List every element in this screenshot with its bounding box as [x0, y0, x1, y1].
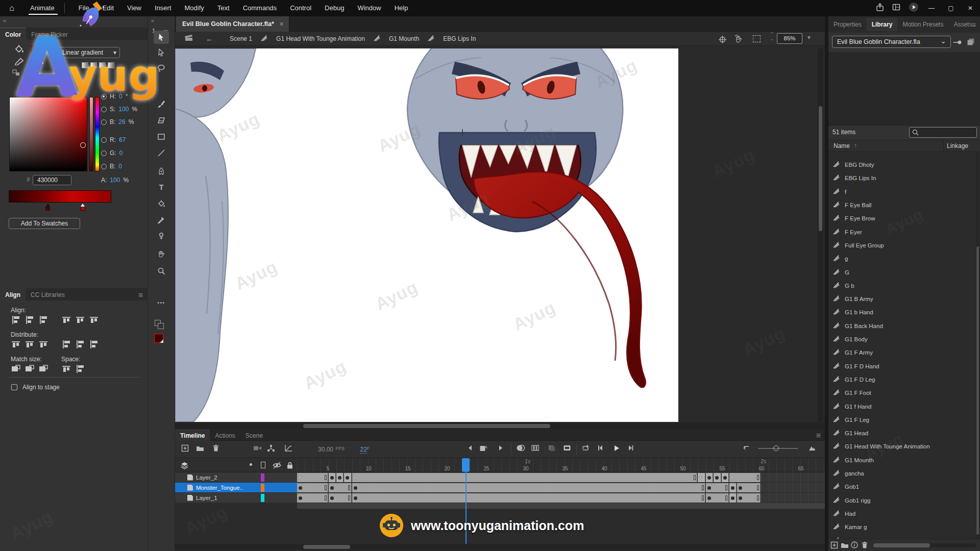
- maximize-button[interactable]: ▢: [941, 0, 961, 16]
- library-item-name[interactable]: Gob1 rigg: [845, 497, 871, 504]
- timeline-menu-icon[interactable]: ≡: [816, 431, 821, 440]
- frame-span[interactable]: [352, 473, 698, 482]
- library-item[interactable]: G b: [828, 279, 976, 292]
- auto-keyframe-button[interactable]: A: [479, 444, 487, 454]
- library-item[interactable]: G1 Head: [828, 427, 976, 440]
- align-right-button[interactable]: [38, 315, 48, 324]
- library-item[interactable]: G1 Back Hand: [828, 319, 976, 333]
- share-icon[interactable]: [876, 3, 884, 13]
- match-width-button[interactable]: [11, 364, 21, 373]
- dist-left-button[interactable]: [61, 340, 71, 349]
- library-item[interactable]: G: [828, 265, 976, 279]
- frame-span[interactable]: [329, 483, 352, 492]
- delete-layer-button[interactable]: [212, 444, 219, 454]
- menu-window[interactable]: Window: [351, 0, 387, 16]
- layer-name[interactable]: Layer_1: [196, 495, 217, 501]
- library-item-name[interactable]: G1 F Army: [845, 349, 873, 356]
- workspace-icon[interactable]: [892, 3, 900, 13]
- fill-bucket-icon[interactable]: [13, 44, 24, 55]
- library-item[interactable]: G1 Body: [828, 333, 976, 346]
- zoom-tool[interactable]: [154, 264, 169, 278]
- onion-skin-outlines-button[interactable]: [531, 444, 540, 454]
- frame-span[interactable]: [714, 473, 721, 482]
- library-item-name[interactable]: G1 b Hand: [845, 309, 873, 315]
- menu-help[interactable]: Help: [388, 0, 415, 16]
- timeline-bottom-scrollbar[interactable]: [175, 544, 825, 550]
- frame-span[interactable]: [698, 473, 705, 482]
- lock-icon[interactable]: [286, 461, 293, 471]
- menu-edit[interactable]: Edit: [96, 0, 120, 16]
- library-item-name[interactable]: G1 F Leg: [845, 417, 869, 423]
- space-vertical-button[interactable]: [61, 364, 71, 373]
- radio-B[interactable]: [101, 119, 107, 125]
- library-item-name[interactable]: G1 Body: [845, 336, 868, 342]
- layer-row-layer-1[interactable]: Layer_1: [175, 493, 825, 503]
- color-picker-square[interactable]: [9, 97, 87, 171]
- library-item-name[interactable]: F Eyer: [845, 229, 862, 235]
- center-frame-icon[interactable]: [718, 35, 727, 46]
- stroke-pencil-icon[interactable]: [14, 57, 25, 67]
- breadcrumb-scene[interactable]: Scene 1: [230, 35, 252, 42]
- frame-span[interactable]: [706, 483, 729, 492]
- library-item-name[interactable]: G1 F Foot: [845, 390, 871, 396]
- layer-name[interactable]: Layer_2: [196, 474, 217, 481]
- edit-multiple-frames-button[interactable]: [548, 444, 556, 454]
- hex-input[interactable]: 430000: [33, 175, 71, 185]
- vertical-scrollbar-thumb[interactable]: [819, 106, 822, 231]
- layer-color-chip[interactable]: [261, 494, 264, 502]
- column-linkage[interactable]: Linkage: [947, 142, 968, 149]
- sort-ascending-icon[interactable]: ↑: [854, 142, 857, 149]
- align-middle-v-button[interactable]: [75, 315, 85, 324]
- library-item-name[interactable]: G b: [845, 283, 854, 289]
- dist-right-button[interactable]: [89, 340, 99, 349]
- layer-parenting-button[interactable]: [267, 444, 275, 454]
- current-fill-swatch[interactable]: [154, 334, 163, 343]
- library-h-scrollbar[interactable]: [873, 543, 976, 547]
- next-keyframe-button[interactable]: [498, 444, 504, 454]
- outlines-square-icon[interactable]: [261, 462, 265, 468]
- menu-control[interactable]: Control: [283, 0, 318, 16]
- hue-strip[interactable]: [95, 97, 100, 171]
- alpha-strip[interactable]: [89, 97, 93, 171]
- library-item-name[interactable]: gancha: [845, 470, 864, 477]
- layer-color-chip[interactable]: [261, 484, 264, 492]
- layer-row-layer-2[interactable]: Layer_2: [175, 472, 825, 483]
- library-item[interactable]: G1 B Army: [828, 292, 976, 306]
- breadcrumb-symbol[interactable]: G1 Head With Tounge Animation: [276, 35, 365, 42]
- menu-text[interactable]: Text: [211, 0, 236, 16]
- library-search-input[interactable]: [909, 127, 977, 138]
- stroke-color-chip[interactable]: [34, 59, 44, 65]
- eyedropper-tool[interactable]: [154, 213, 169, 227]
- tab-library[interactable]: Library: [867, 18, 898, 31]
- match-both-button[interactable]: [38, 364, 48, 373]
- tab-align[interactable]: Align: [0, 288, 26, 302]
- vertical-scrollbar[interactable]: [818, 48, 823, 422]
- breadcrumb-symbol[interactable]: G1 Mounth: [389, 35, 419, 42]
- more-tools-tool[interactable]: •••: [154, 296, 169, 309]
- frame-span[interactable]: [729, 483, 737, 492]
- library-item[interactable]: G1 F Foot: [828, 386, 976, 399]
- lasso-tool[interactable]: [154, 62, 169, 75]
- paint-bucket-tool[interactable]: [154, 197, 169, 210]
- breadcrumb-symbol[interactable]: EBG Lips In: [443, 35, 476, 42]
- pin-library-icon[interactable]: [953, 38, 963, 47]
- frame-span[interactable]: [737, 493, 760, 503]
- show-all-dot-icon[interactable]: [250, 463, 252, 466]
- library-item[interactable]: Full Eye Group: [828, 239, 976, 252]
- frame-span[interactable]: [329, 473, 336, 482]
- hide-eye-icon[interactable]: [272, 461, 282, 471]
- align-bottom-button[interactable]: [89, 315, 99, 324]
- frame-span[interactable]: [329, 493, 352, 503]
- new-folder-button[interactable]: [841, 541, 849, 550]
- add-to-swatches-button[interactable]: Add To Swatches: [9, 218, 80, 229]
- library-item-name[interactable]: G1 Back Hand: [845, 323, 883, 329]
- eraser-tool[interactable]: [154, 114, 169, 127]
- library-item[interactable]: G1 F Army: [828, 346, 976, 359]
- tab-color[interactable]: Color: [0, 28, 26, 41]
- menu-modify[interactable]: Modify: [178, 0, 211, 16]
- stroke-fill-toggle2-icon[interactable]: [158, 323, 164, 329]
- library-item[interactable]: gancha: [828, 467, 976, 480]
- align-top-button[interactable]: [61, 315, 71, 324]
- library-item-name[interactable]: G1 f Hand: [845, 404, 871, 410]
- horizontal-scrollbar[interactable]: [175, 422, 825, 429]
